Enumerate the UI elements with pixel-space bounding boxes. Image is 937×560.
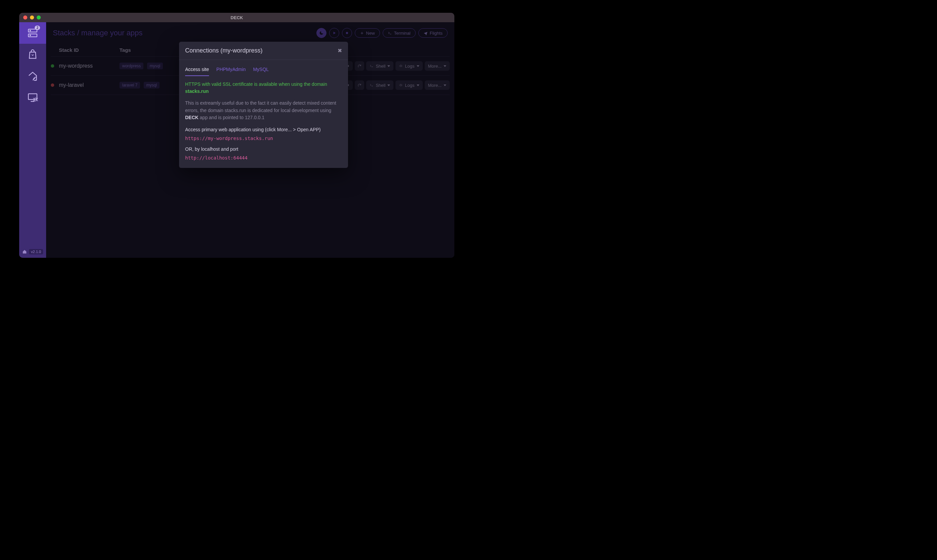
modal-close-button[interactable]: ✖ <box>338 48 342 54</box>
connections-modal: Connections (my-wordpress) ✖ Access site… <box>179 42 348 168</box>
svg-rect-4 <box>28 94 37 100</box>
sidebar-footer: v2.1.0 <box>19 249 46 254</box>
or-label: OR, by localhost and port <box>185 146 342 152</box>
sidebar: 2 v2.1.0 <box>19 22 46 258</box>
tab-phpmyadmin[interactable]: PHPMyAdmin <box>216 64 246 76</box>
close-icon: ✖ <box>338 48 342 54</box>
modal-tabs: Access site PHPMyAdmin MySQL <box>185 64 342 76</box>
modal-title: Connections (my-wordpress) <box>185 47 263 54</box>
svg-point-2 <box>30 30 31 31</box>
stacks-count-badge: 2 <box>35 26 40 30</box>
home-wifi-icon <box>27 70 38 82</box>
modal-header: Connections (my-wordpress) ✖ <box>179 42 348 60</box>
primary-url[interactable]: https://my-wordpress.stacks.run <box>185 135 342 141</box>
sidebar-item-debug[interactable] <box>19 87 46 108</box>
main-content: Stacks / manage your apps New <box>46 22 454 258</box>
modal-body: Access site PHPMyAdmin MySQL HTTPS with … <box>179 60 348 168</box>
tab-mysql[interactable]: MySQL <box>253 64 269 76</box>
sidebar-item-marketplace[interactable] <box>19 44 46 65</box>
shopping-bag-icon <box>27 49 38 60</box>
tab-access-site[interactable]: Access site <box>185 64 209 76</box>
svg-point-3 <box>30 35 31 36</box>
access-instruction: Access primary web application using (cl… <box>185 127 342 132</box>
app-window: DECK 2 <box>19 13 454 258</box>
titlebar: DECK <box>19 13 454 22</box>
monitor-bug-icon <box>27 92 38 103</box>
sidebar-item-home[interactable] <box>19 65 46 87</box>
window-title: DECK <box>19 15 454 20</box>
description-text: This is extreamly useful due to the fact… <box>185 100 342 122</box>
ssl-notice: HTTPS with valid SSL certificate is avai… <box>185 81 342 95</box>
home-icon <box>22 249 27 254</box>
localhost-url[interactable]: http://localhost:64444 <box>185 155 342 160</box>
sidebar-item-stacks[interactable]: 2 <box>19 22 46 44</box>
version-label: v2.1.0 <box>29 249 43 254</box>
